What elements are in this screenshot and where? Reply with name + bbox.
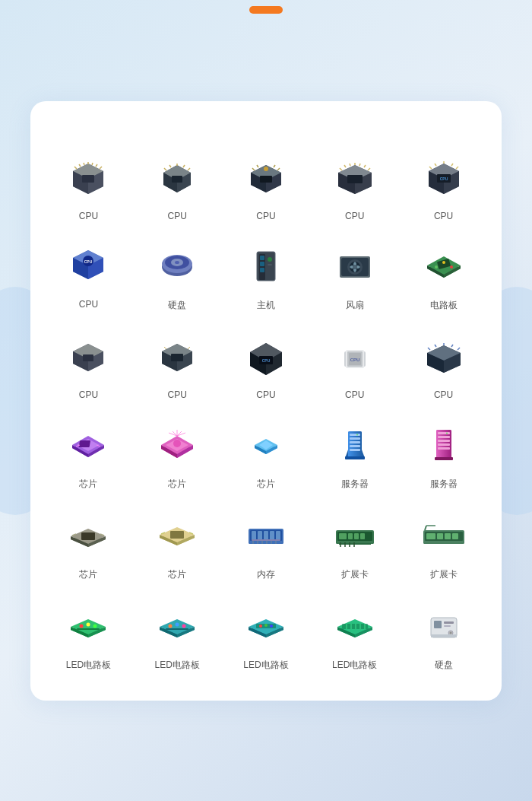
svg-point-218 [93,625,97,628]
list-item[interactable]: 扩展卡 [401,503,486,587]
list-item[interactable]: 芯片 [46,412,131,497]
list-item[interactable]: LED电路板 [46,593,131,678]
list-item[interactable]: CPU CPU [312,324,397,406]
list-item[interactable]: CPU CPU [401,145,486,227]
icon-grid: CPU CPU CPU [46,145,486,678]
svg-line-6 [79,164,81,167]
list-item[interactable]: CPU [312,145,397,227]
svg-point-225 [176,623,179,627]
list-item[interactable]: 电路板 [401,234,486,318]
list-item[interactable]: CPU [223,145,309,227]
main-card: CPU CPU CPU [30,101,502,701]
icon-box [416,240,471,294]
svg-text:CPU: CPU [439,176,448,181]
svg-point-85 [450,265,453,269]
list-item[interactable]: 内存 [223,503,309,587]
list-item[interactable]: 扩展卡 [312,503,397,587]
icon-box [239,509,293,564]
svg-rect-147 [350,437,360,440]
svg-line-37 [340,168,342,170]
icon-box [61,330,116,385]
icon-label: LED电路板 [332,659,377,672]
list-item[interactable]: 硬盘 [135,234,220,318]
icon-label: LED电路板 [66,659,111,672]
svg-rect-197 [360,533,365,539]
icon-label: CPU [168,389,187,400]
icon-label: 扩展卡 [341,568,369,581]
list-item[interactable]: CPU [135,324,220,406]
svg-rect-156 [438,436,450,438]
top-badge [249,6,283,14]
svg-line-98 [188,347,190,349]
icon-box [61,599,116,654]
svg-rect-196 [354,533,359,539]
svg-rect-36 [347,175,363,183]
svg-rect-152 [345,456,365,459]
icon-box [150,330,204,385]
icon-label: CPU [79,211,98,221]
svg-rect-253 [431,634,457,637]
svg-rect-183 [276,531,280,540]
icon-label: CPU [79,389,98,400]
svg-rect-159 [438,447,450,450]
list-item[interactable]: 芯片 [135,412,220,497]
list-item[interactable]: CPU [135,145,220,227]
icon-label: 电路板 [430,299,458,312]
svg-point-84 [435,265,438,269]
list-item[interactable]: LED电路板 [135,593,220,678]
list-item[interactable]: 风扇 [312,234,397,318]
list-item[interactable]: 芯片 [223,412,309,497]
list-item[interactable]: 服务器 [312,412,397,497]
icon-box [61,509,116,564]
svg-line-21 [188,168,190,170]
svg-rect-160 [435,457,453,460]
icon-label: 扩展卡 [430,568,458,581]
svg-line-28 [252,168,255,170]
list-item[interactable]: LED电路板 [312,593,397,678]
list-item[interactable]: 服务器 [401,412,486,497]
list-item[interactable]: CPU [46,145,131,227]
icon-label: CPU [345,389,364,400]
svg-line-9 [92,163,93,165]
svg-line-17 [164,168,166,170]
svg-rect-248 [434,621,442,628]
svg-rect-206 [426,533,435,539]
icon-box [150,509,204,564]
svg-rect-149 [350,445,360,447]
svg-line-7 [84,163,84,165]
list-item[interactable]: 硬盘 [401,593,486,678]
svg-point-27 [264,167,268,171]
list-item[interactable]: 主机 [223,234,309,318]
svg-rect-208 [445,533,451,539]
list-item[interactable]: LED电路板 [223,593,309,678]
svg-text:CPU: CPU [84,259,93,264]
icon-box [239,240,293,294]
svg-rect-194 [339,533,347,539]
svg-rect-155 [438,432,450,434]
svg-line-31 [277,168,280,170]
list-item[interactable]: CPU [46,324,131,406]
list-item[interactable]: CPU CPU [223,324,309,406]
svg-rect-209 [452,533,458,539]
icon-label: 芯片 [79,478,97,491]
svg-line-118 [458,348,460,350]
icon-box: CPU [61,240,116,294]
svg-line-38 [344,165,346,167]
svg-line-97 [164,347,166,349]
svg-point-234 [264,624,268,627]
svg-point-72 [268,257,272,262]
svg-rect-4 [82,175,94,183]
list-item[interactable]: CPU [401,324,486,406]
svg-line-53 [451,164,453,166]
svg-line-114 [428,348,430,350]
list-item[interactable]: 芯片 [46,503,131,587]
icon-label: LED电路板 [243,659,288,672]
svg-point-151 [356,434,358,435]
icon-label: CPU [256,211,275,221]
list-item[interactable]: CPU CPU [46,234,131,318]
svg-rect-91 [83,354,93,361]
icon-label: CPU [434,211,453,221]
svg-point-233 [259,625,262,628]
list-item[interactable]: 芯片 [135,503,220,587]
svg-rect-70 [260,262,264,266]
